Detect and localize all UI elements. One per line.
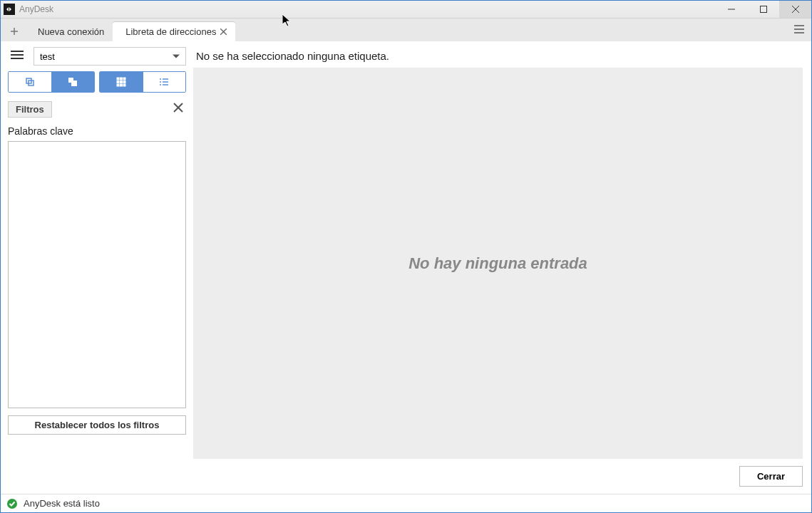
clear-filter-icon[interactable]	[170, 100, 186, 118]
status-bar: AnyDesk está listo	[1, 494, 811, 512]
reset-filters-button[interactable]: Restablecer todos los filtros	[8, 415, 186, 435]
svg-rect-24	[117, 84, 119, 86]
content-area: No se ha seleccionado ninguna etiqueta. …	[193, 41, 811, 494]
tab-new-connection[interactable]: Nueva conexión	[25, 21, 113, 41]
svg-rect-25	[120, 84, 122, 86]
view-grid-icon[interactable]	[100, 72, 143, 92]
svg-rect-22	[120, 81, 122, 83]
tab-bar: Nueva conexión Libreta de direcciones	[1, 19, 811, 41]
svg-rect-1	[760, 6, 766, 13]
menu-button[interactable]	[793, 23, 806, 38]
svg-rect-23	[123, 81, 125, 83]
view-list-icon[interactable]	[143, 72, 186, 92]
minimize-button[interactable]	[715, 1, 747, 18]
maximize-button[interactable]	[747, 1, 779, 18]
title-bar: AnyDesk	[1, 1, 811, 19]
filters-label: Filtros	[8, 101, 52, 118]
svg-rect-17	[71, 81, 77, 86]
view-stack-icon[interactable]	[51, 72, 95, 92]
keywords-input[interactable]	[8, 141, 186, 408]
sidebar-menu-button[interactable]	[8, 47, 26, 66]
svg-point-31	[160, 84, 161, 86]
main-area: test	[1, 41, 811, 494]
content-body: No hay ninguna entrada	[193, 68, 803, 459]
tab-label: Libreta de direcciones	[125, 26, 216, 37]
content-header: No se ha seleccionado ninguna etiqueta.	[193, 47, 803, 68]
window-controls	[715, 1, 811, 18]
sidebar: test	[1, 41, 193, 494]
svg-rect-18	[117, 78, 119, 80]
select-value: test	[40, 51, 55, 62]
view-single-icon[interactable]	[9, 72, 51, 92]
window-title: AnyDesk	[19, 4, 715, 14]
view-mode-group-2	[99, 71, 186, 93]
close-button[interactable]: Cerrar	[739, 466, 803, 487]
svg-rect-20	[123, 78, 125, 80]
status-text: AnyDesk está listo	[24, 498, 100, 509]
new-tab-button[interactable]	[4, 21, 25, 41]
close-window-button[interactable]	[779, 1, 811, 18]
svg-rect-21	[117, 81, 119, 83]
app-icon	[4, 4, 15, 15]
empty-message: No hay ninguna entrada	[408, 254, 587, 273]
svg-rect-26	[123, 84, 125, 86]
keywords-label: Palabras clave	[8, 125, 186, 137]
status-ok-icon	[6, 498, 18, 509]
close-tab-icon[interactable]	[220, 28, 227, 36]
view-mode-group-1	[8, 71, 95, 93]
address-book-select[interactable]: test	[34, 47, 186, 66]
svg-point-27	[160, 78, 161, 80]
svg-point-29	[160, 81, 161, 83]
svg-rect-19	[120, 78, 122, 80]
tab-label: Nueva conexión	[38, 26, 104, 37]
tab-address-book[interactable]: Libreta de direcciones	[113, 21, 235, 41]
